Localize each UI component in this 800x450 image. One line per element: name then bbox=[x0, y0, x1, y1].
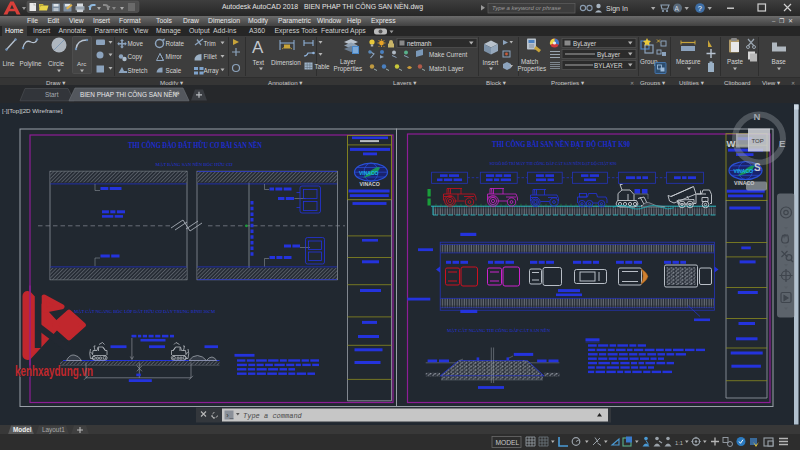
svg-text:Scale: Scale bbox=[166, 66, 182, 73]
svg-text:A: A bbox=[252, 37, 264, 56]
svg-text:Base: Base bbox=[772, 57, 787, 64]
svg-text:›_: ›_ bbox=[226, 413, 234, 420]
svg-text:BIEN PHAP THI CÔNG SAN NỀN*: BIEN PHAP THI CÔNG SAN NỀN* bbox=[80, 89, 180, 98]
svg-text:Text: Text bbox=[253, 58, 265, 65]
svg-text:ByLayer: ByLayer bbox=[573, 39, 596, 47]
svg-text:Table: Table bbox=[315, 62, 331, 69]
svg-text:Rotate: Rotate bbox=[166, 39, 185, 46]
svg-text:?: ? bbox=[698, 4, 702, 13]
svg-text:MẶT BẰNG SAN NỀN BÓC HỮU CƠ: MẶT BẰNG SAN NỀN BÓC HỮU CƠ bbox=[156, 161, 233, 167]
svg-text:Polyline: Polyline bbox=[20, 60, 43, 68]
svg-text:Type a keyword or phrase: Type a keyword or phrase bbox=[492, 5, 562, 11]
svg-text:Properties: Properties bbox=[334, 65, 363, 73]
svg-text:Trim: Trim bbox=[204, 39, 216, 46]
svg-text:BYLAYER: BYLAYER bbox=[594, 61, 623, 68]
svg-text:VINACO: VINACO bbox=[360, 181, 380, 187]
svg-text:Paste: Paste bbox=[727, 57, 744, 64]
svg-text:Layout1: Layout1 bbox=[42, 426, 65, 434]
svg-text:MẶT CẮT NGANG THI CÔNG ĐẮP CÁT: MẶT CẮT NGANG THI CÔNG ĐẮP CÁT SAN NỀN bbox=[447, 327, 550, 333]
svg-text:Match: Match bbox=[521, 57, 539, 64]
svg-text:Start: Start bbox=[45, 91, 59, 98]
svg-text:[-][Top][2D Wireframe]: [-][Top][2D Wireframe] bbox=[2, 106, 63, 113]
svg-text:A: A bbox=[675, 5, 680, 12]
svg-text:E: E bbox=[779, 137, 785, 148]
svg-text:Circle: Circle bbox=[48, 60, 65, 67]
svg-text:Copy: Copy bbox=[128, 53, 144, 61]
svg-text:Dimension: Dimension bbox=[271, 58, 301, 65]
svg-text:THI CÔNG ĐÀO ĐẤT HỮU CƠ BÃI SA: THI CÔNG ĐÀO ĐẤT HỮU CƠ BÃI SAN NỀN bbox=[128, 140, 262, 150]
svg-text:Properties: Properties bbox=[518, 65, 547, 73]
svg-text:TOP: TOP bbox=[752, 138, 764, 144]
svg-text:THI CÔNG BÃI SAN NỀN ĐẠT ĐỘ CH: THI CÔNG BÃI SAN NỀN ĐẠT ĐỘ CHẶT K90 bbox=[492, 139, 630, 149]
svg-text:Mirror: Mirror bbox=[166, 53, 182, 60]
svg-text:Type a command: Type a command bbox=[243, 412, 303, 420]
svg-text:Model: Model bbox=[13, 426, 32, 433]
svg-text:Make Current: Make Current bbox=[429, 51, 467, 58]
svg-text:MẶT CẮT NGANG BÓC LỚP ĐẤT HỮU: MẶT CẮT NGANG BÓC LỚP ĐẤT HỮU CƠ DÀY TRU… bbox=[74, 308, 216, 314]
svg-text:Move: Move bbox=[128, 39, 144, 46]
svg-text:Insert: Insert bbox=[483, 58, 499, 65]
svg-text:MODEL: MODEL bbox=[496, 439, 520, 446]
svg-text:Array: Array bbox=[204, 66, 220, 74]
svg-text:Arc: Arc bbox=[77, 59, 86, 66]
svg-text:Sign In: Sign In bbox=[606, 5, 628, 13]
svg-text:S: S bbox=[754, 161, 761, 172]
svg-text:1:1: 1:1 bbox=[675, 440, 683, 446]
svg-text:Stretch: Stretch bbox=[128, 66, 148, 73]
svg-text:VINACO: VINACO bbox=[734, 167, 754, 173]
svg-text:W: W bbox=[727, 137, 736, 148]
svg-text:netmanh: netmanh bbox=[407, 39, 432, 46]
svg-text:SƠ ĐỒ BỐ TRÍ MÁY THI CÔNG ĐẮP: SƠ ĐỒ BỐ TRÍ MÁY THI CÔNG ĐẮP CÁT SAN NỀ… bbox=[490, 160, 617, 166]
svg-text:Fillet: Fillet bbox=[204, 53, 218, 60]
svg-text:Match Layer: Match Layer bbox=[429, 64, 464, 72]
svg-text:VINACO: VINACO bbox=[359, 169, 379, 175]
svg-text:ByLayer: ByLayer bbox=[597, 50, 620, 58]
svg-text:Measure: Measure bbox=[676, 57, 701, 64]
svg-text:Line: Line bbox=[3, 60, 15, 67]
